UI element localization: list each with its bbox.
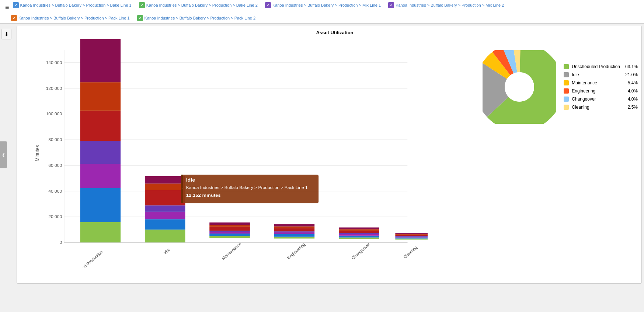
legend-pct-cleaning: 2.5% xyxy=(623,105,638,110)
pie-chart xyxy=(483,50,556,124)
legend-name-idle: Idle xyxy=(572,72,620,77)
legend-swatch-unscheduled xyxy=(564,64,569,69)
legend-swatch-engineering xyxy=(564,88,569,94)
filter-item-bake-line-1[interactable]: Kanoa Industries > Buffalo Bakery > Prod… xyxy=(13,2,132,8)
bar-segment xyxy=(274,234,315,237)
svg-text:20,000: 20,000 xyxy=(48,215,62,219)
checkbox-pack-line-2[interactable] xyxy=(137,15,143,21)
bar-segment xyxy=(395,235,428,236)
filter-item-bake-line-2[interactable]: Kanoa Industries > Buffalo Bakery > Prod… xyxy=(139,2,258,8)
svg-text:Minutes: Minutes xyxy=(34,145,40,161)
legend-name-maintenance: Maintenance xyxy=(572,80,620,85)
legend-pct-idle: 21.0% xyxy=(623,72,638,77)
filter-item-mix-line-1[interactable]: Kanoa Industries > Buffalo Bakery > Prod… xyxy=(265,2,381,8)
bar-segment xyxy=(339,229,379,231)
bar-segment xyxy=(209,231,250,232)
bar-segment xyxy=(339,233,379,234)
legend-item-changeover: Changeover 4.0% xyxy=(564,97,638,102)
legend-item-unscheduled: Unscheduled Production 63.1% xyxy=(564,64,638,69)
legend-swatch-changeover xyxy=(564,97,569,102)
pie-legend-container: Unscheduled Production 63.1% Idle 21.0% … xyxy=(483,50,638,124)
bar-segment xyxy=(339,238,379,239)
svg-text:Cleaning: Cleaning xyxy=(403,245,418,259)
bar-segment xyxy=(209,232,250,234)
collapse-button[interactable]: ❮ xyxy=(0,141,7,168)
bar-segment xyxy=(209,236,250,238)
bar-segment xyxy=(209,222,250,225)
menu-icon[interactable]: ≡ xyxy=(4,2,11,13)
bar-segment xyxy=(209,234,250,236)
bar-segment xyxy=(395,233,428,234)
bar-segment xyxy=(274,232,315,234)
filter-row: Kanoa Industries > Buffalo Bakery > Prod… xyxy=(13,2,504,8)
checkbox-mix-line-2[interactable] xyxy=(388,2,394,8)
bar-segment xyxy=(145,183,185,190)
legend-item-idle: Idle 21.0% xyxy=(564,72,638,77)
bar-segment xyxy=(274,228,315,231)
bar-segment xyxy=(339,234,379,236)
download-button[interactable]: ⬇ xyxy=(1,29,11,39)
bar-segment xyxy=(395,238,428,239)
svg-text:0: 0 xyxy=(59,241,62,245)
tooltip-title: Idle xyxy=(186,178,195,183)
svg-text:Engineering: Engineering xyxy=(286,242,306,260)
bar-segment xyxy=(395,236,428,237)
legend-pct-engineering: 4.0% xyxy=(623,88,638,94)
bar-segment xyxy=(339,231,379,233)
filter-label-pack-line-2: Kanoa Industries > Buffalo Bakery > Prod… xyxy=(145,16,256,20)
filter-label-mix-line-2: Kanoa Industries > Buffalo Bakery > Prod… xyxy=(396,3,504,7)
bar-segment xyxy=(80,82,121,111)
bar-segment xyxy=(145,176,185,183)
checkbox-bake-line-2[interactable] xyxy=(139,2,145,8)
bar-segment xyxy=(209,225,250,227)
legend-name-engineering: Engineering xyxy=(572,88,620,94)
legend-name-unscheduled: Unscheduled Production xyxy=(572,64,620,69)
legend-swatch-idle xyxy=(564,72,569,77)
legend-item-cleaning: Cleaning 2.5% xyxy=(564,105,638,110)
filter-row-2: Kanoa Industries > Buffalo Bakery > Prod… xyxy=(11,15,255,21)
legend-swatch-maintenance xyxy=(564,80,569,85)
filter-item-mix-line-2[interactable]: Kanoa Industries > Buffalo Bakery > Prod… xyxy=(388,2,504,8)
filter-label-pack-line-1: Kanoa Industries > Buffalo Bakery > Prod… xyxy=(18,16,130,20)
svg-text:Changeover: Changeover xyxy=(351,242,371,260)
filter-label-bake-line-2: Kanoa Industries > Buffalo Bakery > Prod… xyxy=(146,3,258,7)
legend-item-maintenance: Maintenance 5.4% xyxy=(564,80,638,85)
bar-segment xyxy=(80,39,121,82)
bar-segment xyxy=(395,239,428,240)
svg-text:40,000: 40,000 xyxy=(48,189,62,193)
bar-segment xyxy=(80,111,121,141)
bar-segment xyxy=(145,190,185,206)
bar-segment xyxy=(145,229,185,242)
legend-pct-changeover: 4.0% xyxy=(623,97,638,102)
svg-text:120,000: 120,000 xyxy=(46,86,62,90)
bar-segment xyxy=(395,237,428,238)
svg-text:100,000: 100,000 xyxy=(46,112,62,116)
svg-text:Maintenance: Maintenance xyxy=(221,242,242,260)
pie-donut-center xyxy=(505,72,534,102)
bar-segment xyxy=(339,236,379,238)
bar-segment xyxy=(145,205,185,211)
bar-segment xyxy=(145,212,185,219)
bar-segment xyxy=(145,219,185,229)
filter-label-mix-line-1: Kanoa Industries > Buffalo Bakery > Prod… xyxy=(272,3,381,7)
tooltip-value: 12,152 minutes xyxy=(186,193,221,198)
legend-name-changeover: Changeover xyxy=(572,97,620,102)
filter-item-pack-line-2[interactable]: Kanoa Industries > Buffalo Bakery > Prod… xyxy=(137,15,256,21)
bar-segment xyxy=(80,164,121,188)
filter-item-pack-line-1[interactable]: Kanoa Industries > Buffalo Bakery > Prod… xyxy=(11,15,130,21)
bar-segment xyxy=(339,228,379,229)
checkbox-bake-line-1[interactable] xyxy=(13,2,19,8)
svg-text:Idle: Idle xyxy=(163,248,171,255)
svg-text:Unscheduled Production: Unscheduled Production xyxy=(66,250,104,267)
svg-text:80,000: 80,000 xyxy=(48,138,62,142)
legend-pct-unscheduled: 63.1% xyxy=(623,64,638,69)
top-filter-bar: ≡ Kanoa Industries > Buffalo Bakery > Pr… xyxy=(0,0,644,24)
bar-segment xyxy=(274,231,315,232)
legend-swatch-cleaning xyxy=(564,105,569,110)
bar-segment xyxy=(80,141,121,164)
pie-legend: Unscheduled Production 63.1% Idle 21.0% … xyxy=(564,64,638,110)
chart-title: Asset Utilization xyxy=(32,30,638,35)
checkbox-mix-line-1[interactable] xyxy=(265,2,271,8)
checkbox-pack-line-1[interactable] xyxy=(11,15,17,21)
svg-text:60,000: 60,000 xyxy=(48,163,62,167)
